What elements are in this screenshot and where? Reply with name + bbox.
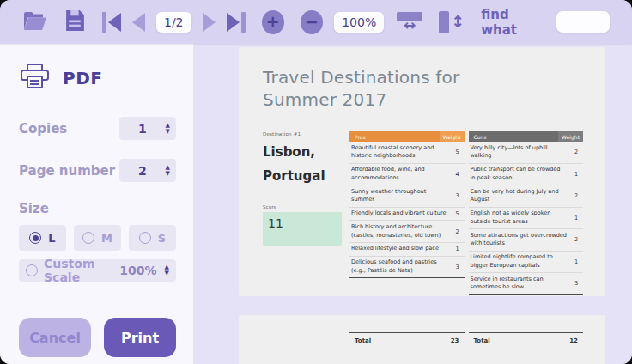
stepper-arrows-icon[interactable]: ▲▼ bbox=[166, 165, 170, 176]
pros-total-label: Total bbox=[355, 337, 371, 344]
pros-cons-table: Destination #1 Lisbon, Portugal Score 11… bbox=[263, 131, 583, 295]
score-value: 11 bbox=[268, 216, 283, 230]
first-page-icon bbox=[102, 12, 106, 33]
radio-icon bbox=[29, 232, 41, 244]
table-row: Limited nightlife compared to bigger Eur… bbox=[469, 252, 584, 274]
open-folder-button[interactable] bbox=[22, 9, 48, 35]
next-page-icon bbox=[203, 13, 216, 32]
left-triangle-icon bbox=[108, 13, 121, 32]
panel-title: PDF bbox=[63, 68, 102, 88]
print-settings-panel: PDF Copies 1 ▲▼ Page number 2 ▲▼ Size bbox=[0, 44, 193, 364]
previous-page-icon bbox=[132, 13, 145, 32]
document-preview-area[interactable]: Travel Destinations for Summer 2017 Dest… bbox=[193, 44, 632, 364]
copies-stepper[interactable]: 1 ▲▼ bbox=[119, 117, 176, 140]
previous-page-button[interactable] bbox=[132, 13, 145, 32]
row-text: English not as widely spoken outside tou… bbox=[471, 209, 570, 227]
cons-total-label: Total bbox=[474, 337, 490, 344]
size-label: Size bbox=[19, 201, 176, 216]
destination-column: Destination #1 Lisbon, Portugal Score 11 bbox=[263, 131, 342, 295]
row-text: Beautiful coastal scenery and historic n… bbox=[351, 144, 451, 161]
pros-header: Pros Weight bbox=[349, 131, 465, 142]
printer-icon bbox=[19, 63, 51, 93]
pros-header-label: Pros bbox=[355, 134, 366, 140]
stepper-arrows-icon[interactable]: ▲▼ bbox=[166, 123, 170, 134]
cons-header: Cons Weight bbox=[469, 131, 584, 142]
print-button[interactable]: Print bbox=[104, 318, 176, 357]
radio-icon bbox=[139, 232, 151, 244]
row-weight: 1 bbox=[569, 171, 583, 178]
size-option[interactable]: S bbox=[129, 225, 176, 251]
pros-rows: Beautiful coastal scenery and historic n… bbox=[349, 142, 465, 278]
row-text: Limited nightlife compared to bigger Eur… bbox=[471, 253, 570, 270]
table-row: Service in restaurants can sometimes be … bbox=[469, 273, 584, 295]
table-row: Public transport can be crowded in peak … bbox=[469, 164, 584, 186]
copies-value: 1 bbox=[119, 122, 166, 136]
row-weight: 2 bbox=[569, 149, 583, 155]
pros-total-value: 23 bbox=[451, 337, 459, 344]
find-input[interactable] bbox=[556, 11, 610, 33]
destination-name: Lisbon, Portugal bbox=[263, 141, 331, 189]
row-weight: 1 bbox=[569, 215, 583, 221]
destination-label: Destination #1 bbox=[263, 131, 342, 136]
table-row: Rich history and architecture (castles, … bbox=[349, 221, 465, 243]
pros-total-row: Total 23 bbox=[349, 332, 465, 344]
row-text: Some attractions get overcrowded with to… bbox=[471, 232, 570, 249]
row-text: Can be very hot during July and August bbox=[471, 188, 570, 205]
size-option[interactable]: M bbox=[74, 225, 121, 251]
vertical-arrow-icon: ↕ bbox=[451, 14, 465, 30]
size-option[interactable]: L bbox=[19, 225, 66, 251]
cons-total-row: Total 12 bbox=[469, 332, 584, 344]
table-row: Affordable food, wine, and accommodation… bbox=[349, 164, 465, 186]
zoom-in-button[interactable]: + bbox=[262, 10, 284, 34]
row-text: Service in restaurants can sometimes be … bbox=[471, 276, 570, 293]
last-page-icon bbox=[241, 12, 246, 33]
zoom-level: 100% bbox=[334, 12, 384, 33]
document-title: Travel Destinations for Summer 2017 bbox=[263, 66, 495, 111]
table-row: Delicious seafood and pastries (e.g., Pa… bbox=[349, 257, 465, 279]
next-page-button[interactable] bbox=[203, 13, 216, 32]
fit-height-button[interactable]: ↕ bbox=[439, 11, 465, 33]
row-text: Relaxed lifestyle and slow pace bbox=[351, 245, 451, 253]
custom-scale-value: 100% bbox=[119, 264, 156, 277]
zoom-out-button[interactable]: − bbox=[301, 10, 323, 34]
table-row: Relaxed lifestyle and slow pace 1 bbox=[349, 243, 465, 257]
row-weight: 3 bbox=[451, 192, 465, 199]
page-indicator: 1/2 bbox=[156, 12, 191, 33]
cancel-button[interactable]: Cancel bbox=[19, 318, 91, 357]
row-weight: 2 bbox=[569, 236, 583, 243]
first-page-button[interactable] bbox=[102, 12, 121, 33]
row-text: Public transport can be crowded in peak … bbox=[471, 166, 570, 183]
custom-scale-option[interactable]: Custom Scale 100% ▲▼ bbox=[19, 259, 176, 282]
row-weight: 5 bbox=[451, 210, 465, 217]
table-row: Beautiful coastal scenery and historic n… bbox=[349, 142, 465, 164]
row-text: Rich history and architecture (castles, … bbox=[351, 223, 451, 240]
cons-column: Cons Weight Very hilly city—lots of uphi… bbox=[469, 131, 584, 295]
row-text: Very hilly city—lots of uphill walking bbox=[471, 144, 570, 161]
radio-icon bbox=[82, 232, 94, 244]
score-box: 11 bbox=[263, 212, 342, 246]
right-triangle-icon bbox=[227, 13, 240, 32]
page-number-stepper[interactable]: 2 ▲▼ bbox=[119, 159, 176, 182]
row-weight: 1 bbox=[569, 258, 583, 265]
table-row: Very hilly city—lots of uphill walking 2 bbox=[469, 142, 584, 164]
cons-header-label: Cons bbox=[474, 134, 487, 140]
cons-rows: Very hilly city—lots of uphill walking 2… bbox=[469, 142, 584, 295]
custom-scale-label: Custom Scale bbox=[44, 257, 113, 284]
plus-icon: + bbox=[266, 14, 280, 30]
pdf-viewer-window: 1/2 + − 100% ↔ ↕ find what bbox=[0, 0, 632, 364]
row-weight: 2 bbox=[451, 228, 465, 235]
score-label: Score bbox=[263, 204, 342, 209]
stepper-arrows-icon[interactable]: ▲▼ bbox=[165, 264, 169, 276]
fit-height-icon bbox=[439, 11, 449, 33]
fit-width-button[interactable]: ↔ bbox=[397, 12, 422, 32]
row-weight: 5 bbox=[451, 149, 465, 155]
minus-icon: − bbox=[305, 14, 319, 30]
table-row: English not as widely spoken outside tou… bbox=[469, 208, 584, 230]
find-what-label: find what bbox=[481, 7, 545, 38]
cons-weight-header: Weight bbox=[558, 131, 583, 142]
row-weight: 4 bbox=[451, 171, 465, 178]
toolbar: 1/2 + − 100% ↔ ↕ find what bbox=[0, 0, 632, 44]
last-page-button[interactable] bbox=[227, 12, 246, 33]
size-option-label: L bbox=[48, 232, 55, 245]
save-button[interactable] bbox=[64, 9, 86, 35]
